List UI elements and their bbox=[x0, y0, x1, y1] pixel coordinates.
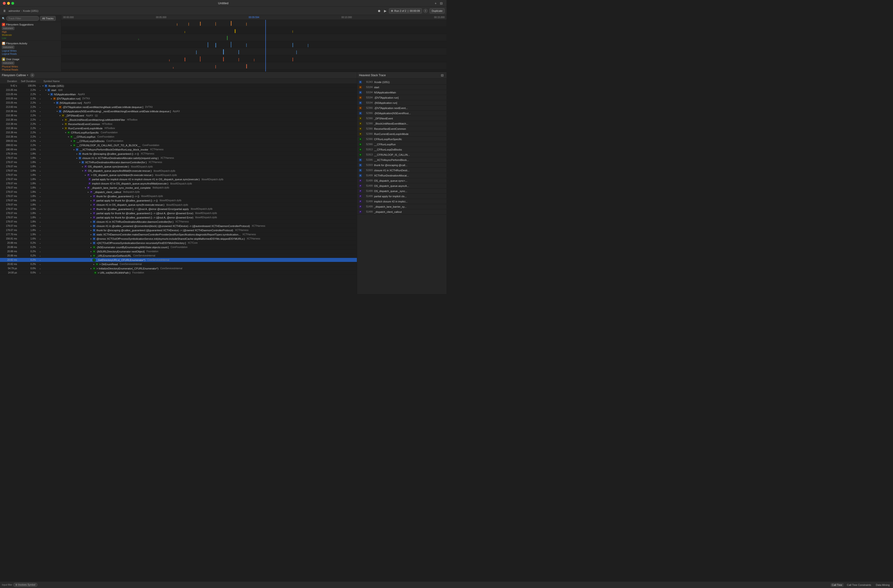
stack-row[interactable]: Y 52366 RunCurrentEventLoopInMode bbox=[357, 131, 446, 137]
calltree-row[interactable]: 178.07 ms 1.8% - ▾ B XCTHRunDestinationA… bbox=[0, 160, 357, 164]
minimize-button[interactable] bbox=[7, 2, 10, 5]
expand-icon[interactable]: ▸ bbox=[90, 233, 92, 236]
calltree-info-button[interactable]: ⊞ bbox=[30, 73, 35, 77]
stack-row[interactable]: B 53194 -[NSApplication run] bbox=[357, 100, 446, 105]
calltree-row[interactable]: 20.88 ms 0.2% - ▸ G -[NSEnumerator count… bbox=[0, 245, 357, 250]
info-button[interactable]: ℹ bbox=[423, 9, 428, 13]
expand-icon[interactable]: ▸ bbox=[90, 250, 92, 253]
stack-row[interactable]: B 51586 __XCTHAsyncPerformBlock... bbox=[357, 157, 446, 162]
stack-row[interactable]: G 52366 __CFRunLoopRun bbox=[357, 142, 446, 147]
calltree-row[interactable]: 20.88 ms 0.2% - ▸ B +[XCTOutOfProcessSym… bbox=[0, 241, 357, 245]
stack-row[interactable]: G 52366 CFRunLoopRunSpecific bbox=[357, 137, 446, 142]
calltree-row[interactable]: 156.81 ms 1.6% - ▸ B @nonoc XCTOutOfProc… bbox=[0, 237, 357, 241]
expand-icon[interactable]: ▸ bbox=[57, 106, 58, 108]
stack-row[interactable]: O 52366 -[DVTApplication nextEvent... bbox=[357, 105, 446, 111]
calltree-row[interactable]: 178.07 ms 1.8% - P implicit closure #2 i… bbox=[0, 182, 357, 186]
play-button[interactable]: ▶ bbox=[383, 9, 388, 13]
stack-row[interactable]: B 53194 NSApplicationMain bbox=[357, 90, 446, 95]
calltree-row[interactable]: 14.00 µs 0.0% - G > URL.init(fileURLWith… bbox=[0, 271, 357, 275]
maximize-button[interactable] bbox=[11, 2, 14, 5]
expand-icon[interactable]: ▾ bbox=[82, 170, 83, 172]
duplicate-button[interactable]: Duplicate bbox=[430, 8, 445, 14]
expand-icon[interactable]: ▸ bbox=[90, 221, 92, 223]
calltree-row[interactable]: 54.79 µs 0.0% - ▸ G > InitializeDirector… bbox=[0, 266, 357, 271]
calltree-row[interactable]: 20.82 ms 0.2% - ▾ G _GetDirectoryURLs(_C… bbox=[0, 258, 357, 262]
stack-row[interactable]: B 51499 XCTHRunDestinationAllocat... bbox=[357, 173, 446, 178]
expand-icon[interactable]: ▸ bbox=[90, 204, 92, 206]
expand-icon[interactable]: ▸ bbox=[51, 98, 52, 100]
stack-row[interactable]: Y 52366 _BlockUntilNextEventMatch... bbox=[357, 121, 446, 126]
expand-icon[interactable]: ▸ bbox=[93, 263, 95, 265]
breadcrumb-monitor[interactable]: admonitor bbox=[9, 9, 20, 12]
stack-row[interactable]: B 51503 closure #1 in XCTHRunDesti... bbox=[357, 168, 446, 173]
expand-icon[interactable]: ▸ bbox=[77, 153, 78, 155]
calltree-row[interactable]: 20.82 ms 0.2% - ▸ G > DirEnumRead CoreSe… bbox=[0, 262, 357, 266]
breadcrumb-xcode[interactable]: Xcode (1051) bbox=[23, 9, 38, 12]
calltree-row[interactable]: 178.07 ms 1.8% - ▸ P _dispatch_client_ca… bbox=[0, 190, 357, 194]
calltree-row[interactable]: 178.07 ms 1.8% - ▸ P partial apply for t… bbox=[0, 211, 357, 215]
track-item-filesystem-activity[interactable]: 📊 Filesystem Activity Instrument Logical… bbox=[0, 41, 61, 57]
expand-icon[interactable]: ▾ bbox=[62, 127, 63, 129]
expand-icon[interactable]: ▸ bbox=[77, 157, 78, 159]
stack-row[interactable]: P 51499 _dispatch_client_callout bbox=[357, 209, 446, 215]
expand-icon[interactable]: ▸ bbox=[90, 238, 92, 240]
stack-row[interactable]: O 53194 -[DVTApplication run] bbox=[357, 95, 446, 100]
expand-icon[interactable]: ▸ bbox=[62, 119, 63, 121]
stack-row[interactable]: P 51499 OS_dispatch_queue.sync<... bbox=[357, 178, 446, 183]
calltree-row[interactable]: 215.05 ms 2.2% - ▾ B [NSApplication run]… bbox=[0, 101, 357, 105]
calltree-row[interactable]: 190.69 ms 2.0% - ▸ B __XCTHAsyncPerformB… bbox=[0, 147, 357, 152]
expand-icon[interactable]: ▾ bbox=[65, 131, 66, 134]
stack-row[interactable]: P 51499 partial apply for implicit clo..… bbox=[357, 194, 446, 199]
stack-row[interactable]: P 51499 OS_dispatch_queue.asyncA... bbox=[357, 183, 446, 188]
expand-icon[interactable]: ▸ bbox=[85, 174, 86, 176]
expand-icon[interactable]: ▸ bbox=[62, 123, 63, 125]
add-button[interactable]: + bbox=[434, 1, 437, 6]
expand-icon[interactable]: ▾ bbox=[79, 161, 80, 164]
calltree-row[interactable]: 20.88 ms 0.2% - ▸ G -[NSURLDirectoryEnum… bbox=[0, 250, 357, 254]
heaviest-collapse-button[interactable]: ⊟ bbox=[440, 73, 445, 78]
stack-row[interactable]: G 51913 __CFRUNLOOP_IS_CALLIN... bbox=[357, 152, 446, 157]
track-filter-input[interactable] bbox=[6, 16, 39, 21]
calltree-row[interactable]: 210.38 ms 2.2% - ▸ Y _BlockUntilNextEven… bbox=[0, 118, 357, 122]
calltree-row[interactable]: 210.38 ms 2.2% - ▾ Y RunCurrentEventLoop… bbox=[0, 126, 357, 131]
calltree-row[interactable]: 177.70 ms 1.9% - ▸ B static XCTHDaemonCo… bbox=[0, 232, 357, 237]
calltree-row[interactable]: 210.38 ms 2.2% - ▸ Y ReceiveNextEventCom… bbox=[0, 122, 357, 126]
stack-row[interactable]: P 51499 _dispatch_lane_barrier_sy... bbox=[357, 204, 446, 209]
calltree-row[interactable]: 20.88 ms 0.2% - ▸ G _URLEnumeratorGetNex… bbox=[0, 254, 357, 258]
expand-icon[interactable]: ▸ bbox=[90, 212, 92, 215]
expand-icon[interactable]: ▸ bbox=[82, 165, 83, 168]
track-item-disk-usage[interactable]: 💾 Disk Usage Instrument Physical Writes … bbox=[0, 57, 61, 72]
calltree-row[interactable]: 178.07 ms 1.8% - ▸ B thunk for @escaping… bbox=[0, 228, 357, 232]
expand-icon[interactable]: ▸ bbox=[90, 225, 92, 227]
expand-icon[interactable]: ▸ bbox=[74, 149, 75, 151]
calltree-row[interactable]: 208.02 ms 2.2% - ▾ G __CFRunLoopDoBlocks… bbox=[0, 139, 357, 143]
calltree-row[interactable]: 178.07 ms 1.8% - ▸ P closure #1 in OS_di… bbox=[0, 203, 357, 207]
expand-icon[interactable]: ▸ bbox=[90, 267, 92, 270]
expand-icon[interactable]: ▾ bbox=[85, 186, 86, 189]
expand-icon[interactable]: ▸ bbox=[88, 191, 89, 193]
expand-icon[interactable]: ▾ bbox=[68, 136, 69, 138]
calltree-row[interactable]: 210.38 ms 2.2% - ▾ G CFRunLoopRunSpecifi… bbox=[0, 131, 357, 135]
expand-icon[interactable]: ▸ bbox=[90, 199, 92, 202]
pause-button[interactable]: ⏸ bbox=[2, 9, 7, 13]
calltree-row[interactable]: 178.19 ms 1.8% - ▸ B thunk for @escaping… bbox=[0, 152, 357, 156]
expand-icon[interactable]: ▸ bbox=[90, 208, 92, 210]
all-tracks-button[interactable]: All Tracks bbox=[40, 16, 56, 21]
expand-icon[interactable]: ▸ bbox=[71, 144, 72, 146]
calltree-row[interactable]: 215.05 ms 2.2% - ▾ B NSApplicationMain A… bbox=[0, 92, 357, 96]
record-button[interactable]: ⏺ bbox=[376, 9, 382, 13]
stack-row[interactable]: B 52366 -[NSApplication(NSEventRout... bbox=[357, 111, 446, 116]
expand-icon[interactable]: ▾ bbox=[90, 259, 92, 261]
expand-icon[interactable]: ▸ bbox=[90, 242, 92, 244]
stack-row[interactable]: P 51499 implicit closure #2 in implici..… bbox=[357, 199, 446, 204]
expand-icon[interactable]: ▸ bbox=[90, 229, 92, 232]
collapse-button[interactable]: ⊟ bbox=[439, 1, 443, 6]
stack-row[interactable]: P 51499 OS_dispatch_queue._sync... bbox=[357, 188, 446, 194]
stack-row[interactable]: G 51913 __CFRunLoopDoBlocks bbox=[357, 147, 446, 152]
expand-icon[interactable]: ▸ bbox=[90, 246, 92, 248]
calltree-row[interactable]: 178.07 ms 1.8% - ▸ P > OS_dispatch_queue… bbox=[0, 173, 357, 177]
expand-icon[interactable]: ▾ bbox=[48, 93, 49, 96]
expand-icon[interactable]: ▾ bbox=[45, 89, 47, 91]
calltree-row[interactable]: 178.07 ms 1.8% - ▾ P _dispatch_lane_barr… bbox=[0, 186, 357, 190]
calltree-row[interactable]: 210.38 ms 2.2% - ▾ B -[NSApplication(NSE… bbox=[0, 109, 357, 113]
